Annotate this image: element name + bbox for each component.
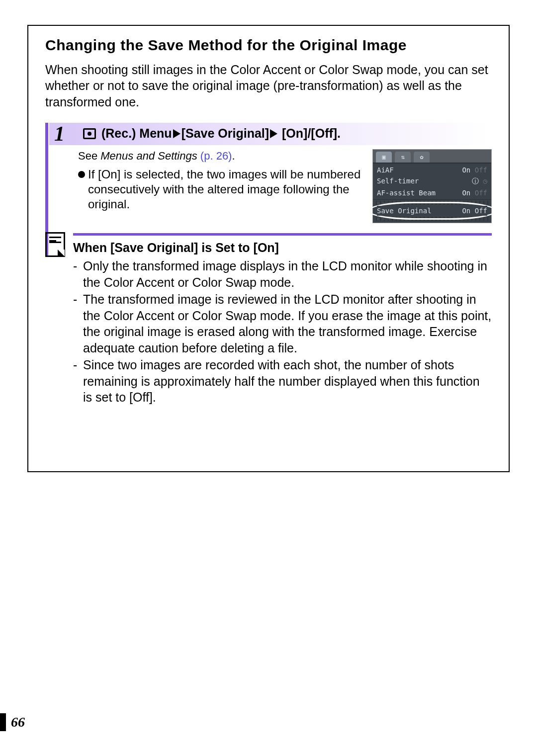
note-icon	[45, 232, 65, 257]
note-divider	[73, 233, 492, 236]
tools-tab-icon: ⇅	[395, 152, 411, 163]
arrow-right-icon	[173, 129, 180, 138]
step-bullet: If [On] is selected, the two images will…	[78, 167, 363, 212]
see-reference: See Menus and Settings (p. 26).	[78, 149, 363, 163]
save-original-menu-row: Save Original On Off	[377, 206, 487, 216]
intro-paragraph: When shooting still images in the Color …	[45, 62, 492, 110]
page-reference-link[interactable]: (p. 26)	[200, 150, 232, 162]
page-number-bar	[0, 713, 6, 731]
step-menu-prefix: (Rec.) Menu	[101, 126, 172, 140]
note-block: When [Save Original] is Set to [On] -Onl…	[45, 232, 492, 407]
arrow-right-icon	[270, 129, 277, 138]
step-header: 1 (Rec.) Menu[Save Original] [On]/[Off].	[49, 123, 492, 145]
step-number: 1	[54, 122, 65, 146]
camera-tab-icon: ▣	[376, 152, 392, 163]
note-heading: When [Save Original] is Set to [On]	[73, 241, 492, 255]
rec-menu-icon	[83, 128, 96, 139]
note-list: -Only the transformed image displays in …	[73, 258, 492, 406]
step-menu-values: [On]/[Off].	[282, 126, 341, 140]
step-title: (Rec.) Menu[Save Original] [On]/[Off].	[83, 126, 485, 141]
step-menu-item: [Save Original]	[181, 126, 269, 140]
camera-menu-screenshot: ▣ ⇅ ✿ AiAF On Off Self-timer	[372, 149, 492, 223]
section-title: Changing the Save Method for the Origina…	[45, 36, 492, 55]
page-number: 66	[0, 713, 25, 731]
content-frame: Changing the Save Method for the Origina…	[27, 25, 510, 472]
bullet-icon	[78, 171, 85, 178]
step-1: 1 (Rec.) Menu[Save Original] [On]/[Off].…	[45, 123, 492, 223]
setup-tab-icon: ✿	[414, 152, 430, 163]
